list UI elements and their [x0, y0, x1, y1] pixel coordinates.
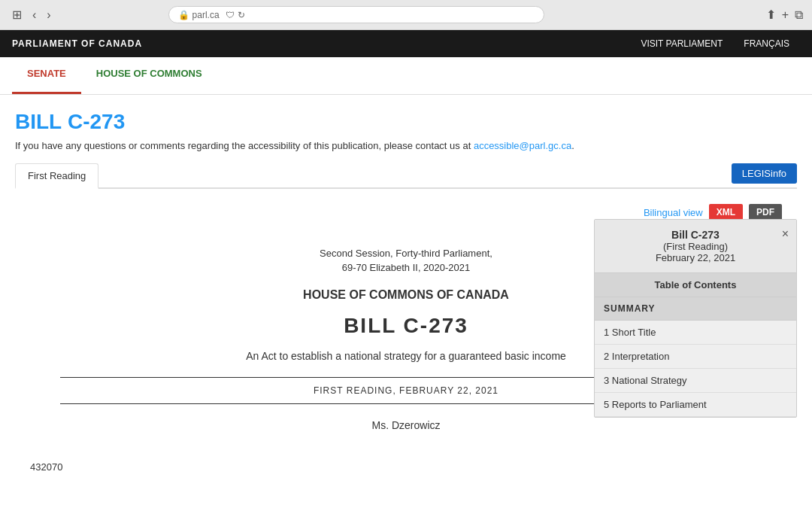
address-text: parl.ca — [192, 10, 220, 20]
xml-button[interactable]: XML — [709, 204, 743, 221]
back-btn[interactable]: ‹ — [29, 7, 39, 23]
toc-items: 1 Short Title 2 Interpretation 3 Nationa… — [595, 321, 796, 417]
browser-actions: ⬆ + ⧉ — [766, 8, 803, 22]
bill-sponsor: Ms. Dzerowicz — [60, 419, 752, 431]
address-bar[interactable]: 🔒 parl.ca 🛡 ↻ — [168, 6, 544, 23]
tracking-icon: 🛡 — [226, 10, 235, 20]
new-tab-btn[interactable]: + — [782, 8, 789, 22]
top-navbar: PARLIAMENT OF CANADA VISIT PARLIAMENT FR… — [0, 30, 812, 57]
top-nav-links: VISIT PARLIAMENT FRANÇAIS — [630, 32, 800, 55]
forward-btn[interactable]: › — [44, 7, 53, 23]
visit-parliament-link[interactable]: VISIT PARLIAMENT — [630, 32, 733, 55]
toc-item-5[interactable]: 5 Reports to Parliament — [595, 393, 796, 417]
toc-summary-label: SUMMARY — [595, 297, 796, 321]
legis-info-button[interactable]: LEGISinfo — [732, 163, 797, 184]
toc-panel: Bill C-273 (First Reading) February 22, … — [594, 219, 797, 418]
toc-item-2[interactable]: 2 Interpretation — [595, 345, 796, 369]
view-options: Bilingual view XML PDF — [30, 204, 782, 221]
bill-code: 432070 — [30, 461, 782, 473]
parliament-title: PARLIAMENT OF CANADA — [12, 38, 142, 49]
accessibility-note: If you have any questions or comments re… — [15, 140, 797, 151]
main-nav: SENATE HOUSE OF COMMONS — [0, 57, 812, 95]
toc-reading: (First Reading) — [604, 241, 787, 252]
reading-tabs: First Reading LEGISinfo — [15, 163, 797, 189]
commons-tab[interactable]: HOUSE OF COMMONS — [81, 57, 217, 94]
nav-buttons: ⊞ ‹ › — [9, 6, 54, 23]
senate-tab[interactable]: SENATE — [12, 57, 81, 94]
bill-title: BILL C-273 — [15, 110, 797, 134]
share-btn[interactable]: ⬆ — [766, 8, 776, 22]
bilingual-view-link[interactable]: Bilingual view — [644, 207, 703, 218]
bill-prefix: BILL — [15, 110, 62, 133]
toc-item-1[interactable]: 1 Short Title — [595, 321, 796, 345]
document-area: Bilingual view XML PDF Second Session, F… — [15, 189, 797, 508]
browser-chrome: ⊞ ‹ › 🔒 parl.ca 🛡 ↻ ⬆ + ⧉ — [0, 0, 812, 30]
toc-bill-title: Bill C-273 — [604, 229, 787, 241]
lock-icon: 🔒 — [178, 10, 189, 20]
pdf-button[interactable]: PDF — [749, 204, 782, 221]
sidebar-toggle-btn[interactable]: ⊞ — [9, 6, 25, 23]
first-reading-tab[interactable]: First Reading — [15, 163, 98, 189]
toc-date: February 22, 2021 — [604, 252, 787, 263]
refresh-icon[interactable]: ↻ — [238, 10, 245, 20]
page-content: BILL C-273 If you have any questions or … — [0, 95, 812, 508]
windows-btn[interactable]: ⧉ — [795, 8, 803, 22]
accessibility-text: If you have any questions or comments re… — [15, 140, 471, 151]
accessibility-suffix: . — [571, 140, 574, 151]
toc-header: Bill C-273 (First Reading) February 22, … — [595, 220, 796, 273]
toc-close-button[interactable]: × — [782, 227, 789, 241]
bill-number: C-273 — [68, 110, 125, 133]
toc-title-bar: Table of Contents — [595, 273, 796, 297]
toc-item-3[interactable]: 3 National Strategy — [595, 369, 796, 393]
accessibility-link[interactable]: accessible@parl.gc.ca — [474, 140, 571, 151]
francais-link[interactable]: FRANÇAIS — [733, 32, 800, 55]
